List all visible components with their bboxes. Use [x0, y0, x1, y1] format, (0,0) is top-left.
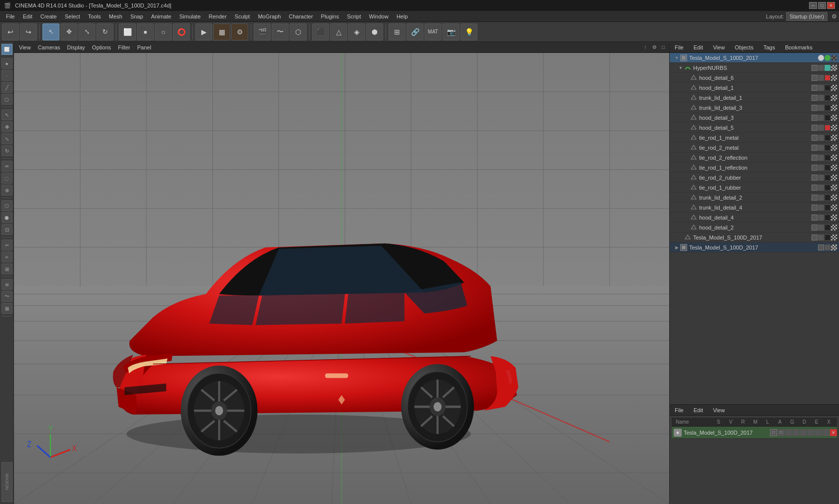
- obj-menu-tags[interactable]: Tags: [761, 43, 778, 51]
- dot-checker[interactable]: [831, 195, 837, 201]
- lt-scale[interactable]: ⤡: [1, 133, 12, 144]
- dot-checker[interactable]: [831, 105, 837, 111]
- dot-checker[interactable]: [831, 135, 837, 141]
- menu-plugins[interactable]: Plugins: [317, 12, 343, 20]
- menu-sculpt[interactable]: Sculpt: [231, 12, 254, 20]
- menu-help[interactable]: Help: [393, 12, 412, 20]
- redo-button[interactable]: ↪: [20, 23, 37, 40]
- lt-loop[interactable]: ⊡: [1, 224, 12, 235]
- motion-button[interactable]: 〜: [272, 23, 289, 40]
- obj-row-1[interactable]: hood_detail_1: [670, 83, 839, 93]
- lt-maxon-label[interactable]: MAXON: [1, 462, 12, 502]
- lt-extrude[interactable]: ⬡: [1, 200, 12, 211]
- animation-button[interactable]: 🎬: [254, 23, 271, 40]
- obj-row-4[interactable]: hood_detail_3: [670, 113, 839, 123]
- menu-tools[interactable]: Tools: [84, 12, 105, 20]
- select-tool-button[interactable]: ↖: [42, 23, 59, 40]
- lt-uv[interactable]: ⊠: [1, 303, 12, 314]
- vt-icon-1[interactable]: ↑: [641, 43, 649, 51]
- dot-vis[interactable]: [812, 95, 818, 101]
- obj-row-6[interactable]: tie_rod_1_metal: [670, 133, 839, 143]
- attr-dot-1[interactable]: □: [770, 429, 777, 436]
- dot-render[interactable]: [818, 145, 824, 151]
- obj-menu-file[interactable]: File: [672, 43, 687, 51]
- vt-filter[interactable]: Filter: [115, 43, 133, 51]
- dot-vis[interactable]: [812, 215, 818, 221]
- dot-vis[interactable]: [812, 145, 818, 151]
- dot-mat[interactable]: [825, 195, 831, 201]
- cube-button[interactable]: ■: [137, 23, 154, 40]
- dot-checker[interactable]: [831, 225, 837, 231]
- lt-move[interactable]: ✥: [1, 121, 12, 132]
- dot-checker[interactable]: [831, 75, 837, 81]
- dot-checker[interactable]: [831, 155, 837, 161]
- vt-display[interactable]: Display: [64, 43, 88, 51]
- attr-dot-8[interactable]: [823, 429, 830, 436]
- obj-row-0[interactable]: hood_detail_6: [670, 73, 839, 83]
- dot-vis[interactable]: [812, 155, 818, 161]
- create-object-button[interactable]: ⬜: [119, 23, 136, 40]
- circle-button[interactable]: ○: [155, 23, 172, 40]
- dot-render[interactable]: [818, 135, 824, 141]
- dot-mat[interactable]: [825, 85, 831, 91]
- obj-row-7[interactable]: tie_rod_2_metal: [670, 143, 839, 153]
- menu-simulate[interactable]: Simulate: [175, 12, 205, 20]
- attr-dot-7[interactable]: [815, 429, 822, 436]
- obj-row-15[interactable]: hood_detail_2: [670, 223, 839, 233]
- dot-vis[interactable]: [812, 235, 818, 241]
- dot-green[interactable]: [825, 55, 831, 61]
- poly-mode-button[interactable]: ⬡: [1, 94, 12, 105]
- dot-mat[interactable]: [825, 135, 831, 141]
- obj-row-hypernurbs[interactable]: ▼ HyperNURBS: [670, 63, 839, 73]
- deformer-button[interactable]: ⬛: [312, 23, 329, 40]
- menu-animate[interactable]: Animate: [147, 12, 175, 20]
- menu-snap[interactable]: Snap: [126, 12, 147, 20]
- dot-checker[interactable]: [831, 165, 837, 171]
- dot-gray[interactable]: [812, 65, 818, 71]
- expand-arrow[interactable]: ▶: [674, 245, 680, 250]
- attr-dot-delete[interactable]: ✕: [830, 429, 837, 436]
- expand-arrow[interactable]: ▼: [678, 65, 684, 70]
- menu-select[interactable]: Select: [61, 12, 84, 20]
- obj-row-8[interactable]: tie_rod_2_reflection: [670, 153, 839, 163]
- scale-tool-button[interactable]: ⤡: [78, 23, 95, 40]
- dot-render[interactable]: [818, 155, 824, 161]
- dot-vis[interactable]: [812, 105, 818, 111]
- menu-script[interactable]: Script: [343, 12, 365, 20]
- dot-mat[interactable]: [825, 95, 831, 101]
- rotate-tool-button[interactable]: ↻: [96, 23, 113, 40]
- dot-mat[interactable]: [825, 75, 831, 81]
- dot-gray2[interactable]: [818, 65, 824, 71]
- attr-dot-4[interactable]: [793, 429, 800, 436]
- dot1[interactable]: [818, 245, 824, 251]
- dot-render[interactable]: [818, 165, 824, 171]
- menu-window[interactable]: Window: [365, 12, 393, 20]
- dot-vis[interactable]: [812, 115, 818, 121]
- sphere-button[interactable]: ⭕: [173, 23, 190, 40]
- vt-icon-2[interactable]: ⚙: [650, 43, 658, 51]
- dot-render[interactable]: [818, 205, 824, 211]
- obj-row-13[interactable]: trunk_lid_detail_4: [670, 203, 839, 213]
- view-mode-button[interactable]: ⬜: [1, 44, 12, 55]
- grid-button[interactable]: ⊞: [389, 23, 406, 40]
- edge-mode-button[interactable]: ╱: [1, 82, 12, 93]
- menu-character[interactable]: Character: [285, 12, 317, 20]
- dot-checker[interactable]: [831, 85, 837, 91]
- lt-paint[interactable]: ✏: [1, 161, 12, 172]
- 3d-viewport[interactable]: Perspective: [14, 53, 669, 504]
- dot-mat[interactable]: [825, 215, 831, 221]
- dot-mat[interactable]: [825, 115, 831, 121]
- dot-render[interactable]: [818, 235, 824, 241]
- menu-render[interactable]: Render: [205, 12, 231, 20]
- dot-mat[interactable]: [825, 225, 831, 231]
- obj-row-9[interactable]: tie_rod_1_reflection: [670, 163, 839, 173]
- vt-cameras[interactable]: Cameras: [35, 43, 63, 51]
- lt-spline[interactable]: 〜: [1, 291, 12, 302]
- dot-mat[interactable]: [825, 105, 831, 111]
- render-view-button[interactable]: ▶: [195, 23, 212, 40]
- dot-render[interactable]: [818, 225, 824, 231]
- vt-panel[interactable]: Panel: [134, 43, 154, 51]
- attr-menu-file[interactable]: File: [672, 406, 687, 414]
- field-button[interactable]: ⬢: [366, 23, 383, 40]
- camera-button[interactable]: 📷: [442, 23, 459, 40]
